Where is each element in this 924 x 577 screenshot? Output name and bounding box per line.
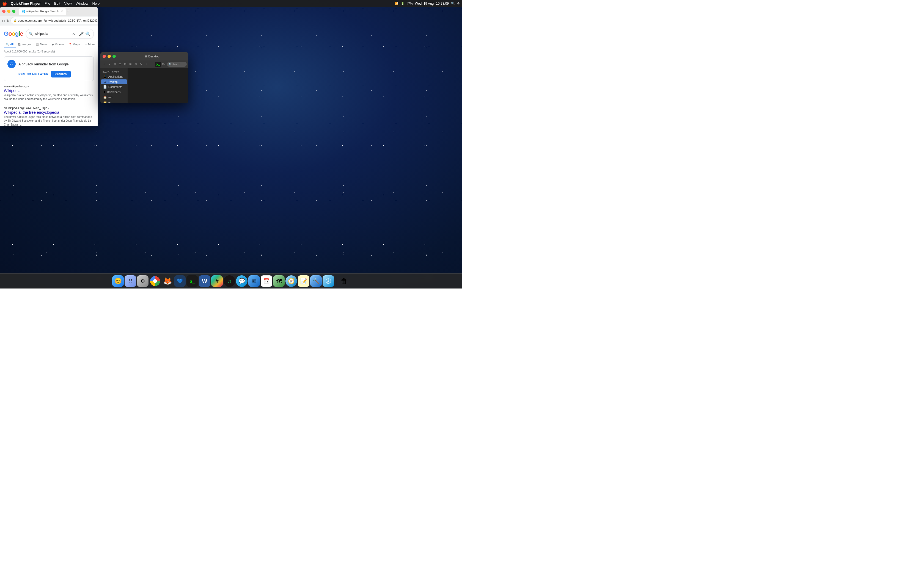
dock-xcode[interactable]: 🔨: [310, 275, 322, 287]
window-minimize-button[interactable]: [7, 10, 10, 13]
safari-dock-icon: 🧭: [288, 278, 295, 284]
search-submit-icon[interactable]: 🔍: [85, 31, 91, 37]
microphone-icon[interactable]: 🎤: [79, 32, 84, 36]
search-clear-icon[interactable]: ✕: [72, 32, 75, 36]
control-center-icon[interactable]: ⚙: [457, 2, 460, 5]
sidebar-documents-label: Documents: [108, 85, 123, 89]
refresh-button[interactable]: ↻: [6, 18, 9, 24]
apple-menu[interactable]: 🍎: [2, 2, 7, 6]
tab-settings[interactable]: Settings: [97, 41, 98, 48]
sidebar-item-git[interactable]: 📁 git: [101, 100, 127, 103]
active-app-name[interactable]: QuickTime Player: [11, 2, 41, 5]
dock-launchpad[interactable]: ⠿: [124, 275, 136, 287]
sidebar-item-applications[interactable]: 📱 Applications: [101, 74, 127, 79]
sidebar-item-desktop[interactable]: 🖥 Desktop: [101, 79, 127, 84]
result-2-title[interactable]: Wikipedia, the free encyclopedia: [0, 110, 98, 115]
finder-terminal-icon[interactable]: ❯_: [155, 62, 161, 67]
dock-appstore[interactable]: Ⓐ: [323, 275, 334, 287]
search-box[interactable]: 🔍 wikipedia ✕ 🎤 🔍: [26, 29, 94, 39]
dock-terminal[interactable]: $_: [186, 275, 198, 287]
result-1-title[interactable]: Wikipedia: [0, 89, 98, 93]
sidebar-item-documents[interactable]: 📄 Documents: [101, 84, 127, 90]
more-icon: ⋯: [84, 43, 87, 46]
dock-notes[interactable]: 📝: [298, 275, 309, 287]
window-close-button[interactable]: [2, 10, 5, 13]
desktop-icon: 🖥: [103, 80, 106, 84]
tab-videos[interactable]: ▶ Videos: [50, 41, 66, 48]
window-maximize-button[interactable]: [12, 10, 15, 13]
dock-messages[interactable]: 💬: [236, 275, 247, 287]
back-button[interactable]: ‹: [2, 18, 3, 24]
menu-view[interactable]: View: [64, 2, 72, 5]
applications-icon: 📱: [103, 75, 107, 79]
logo-o1: o: [8, 30, 11, 37]
dock-chrome[interactable]: [149, 275, 161, 287]
sidebar-item-rob[interactable]: 🏠 rob: [101, 95, 127, 100]
menu-edit[interactable]: Edit: [54, 2, 60, 5]
dock-finder[interactable]: 😊: [112, 275, 124, 287]
dock-system-preferences[interactable]: ⚙: [137, 275, 149, 287]
finder-share-icon[interactable]: ↑: [145, 62, 149, 67]
menu-time[interactable]: 10:28:09: [436, 2, 449, 5]
menu-help[interactable]: Help: [92, 2, 100, 5]
wifi-icon[interactable]: 📶: [395, 2, 399, 5]
menu-bar: 🍎 QuickTime Player File Edit View Window…: [0, 0, 462, 7]
address-bar[interactable]: 🔒 google.com/search?q=wikipedia&rlz=1C5C…: [10, 17, 98, 24]
images-icon: 🖼: [18, 43, 21, 46]
dock-spotify[interactable]: ♫: [224, 275, 235, 287]
menu-window[interactable]: Window: [76, 2, 88, 5]
dock-calendar[interactable]: 📅: [261, 275, 272, 287]
dock-mail[interactable]: ✉: [248, 275, 260, 287]
review-button[interactable]: REVIEW: [51, 71, 70, 77]
dock-safari[interactable]: 🧭: [286, 275, 297, 287]
finder-settings-icon[interactable]: ⚙: [139, 62, 143, 67]
forward-button[interactable]: ›: [4, 18, 5, 24]
dock-maps[interactable]: 🗺: [273, 275, 284, 287]
search-query-text[interactable]: wikipedia: [35, 32, 70, 36]
tab-images-label: Images: [21, 43, 31, 46]
finder-close-button[interactable]: [103, 55, 106, 58]
finder-column-view[interactable]: ⊟: [123, 62, 127, 67]
new-tab-button[interactable]: +: [67, 9, 69, 14]
dock-app-blue[interactable]: 💙: [174, 275, 186, 287]
tab-maps[interactable]: 📍 Maps: [66, 41, 82, 48]
finder-search-box[interactable]: 🔍 Search: [167, 62, 187, 67]
tab-all[interactable]: 🔍 All: [4, 41, 16, 48]
sidebar-downloads-label: Downloads: [107, 91, 120, 94]
tab-more[interactable]: ⋯ More: [82, 41, 97, 48]
battery-icon[interactable]: 🔋: [401, 2, 404, 5]
search-menu-icon[interactable]: 🔍: [451, 2, 455, 5]
tab-news[interactable]: 📰 News: [34, 41, 50, 48]
sysprefs-dock-icon: ⚙: [141, 278, 145, 284]
finder-window-title: Desktop: [148, 55, 159, 58]
privacy-actions: REMIND ME LATER REVIEW: [7, 71, 90, 77]
dock-firefox[interactable]: 🦊: [162, 275, 173, 287]
result-1-desc: Wikipedia is a free online encyclopedia,…: [0, 93, 98, 103]
terminal-dock-icon: $_: [189, 279, 195, 284]
finder-group-view[interactable]: ⊟: [133, 62, 138, 67]
active-tab[interactable]: 🌐 wikipedia - Google Search ✕: [19, 8, 66, 15]
dock-slack[interactable]: #: [211, 275, 223, 287]
menu-file[interactable]: File: [45, 2, 50, 5]
finder-view-toggle[interactable]: ⊞▾: [162, 62, 166, 67]
finder-action-icon[interactable]: ⋯: [150, 62, 154, 67]
finder-forward-button[interactable]: ›: [107, 62, 111, 67]
battery-percent: 47%: [407, 2, 413, 5]
downloads-icon: ⬇: [103, 90, 106, 94]
browser-nav: ‹ › ↻ 🔒 google.com/search?q=wikipedia&rl…: [0, 16, 98, 26]
menu-date[interactable]: Wed, 19 Aug: [415, 2, 434, 5]
finder-view-icon[interactable]: ⊞: [113, 62, 117, 67]
remind-later-button[interactable]: REMIND ME LATER: [18, 71, 48, 77]
tab-images[interactable]: 🖼 Images: [16, 41, 34, 48]
finder-back-button[interactable]: ‹: [102, 62, 107, 67]
finder-maximize-button[interactable]: [113, 55, 116, 58]
tab-close-icon[interactable]: ✕: [61, 10, 63, 13]
dock-word[interactable]: W: [199, 275, 210, 287]
sidebar-rob-label: rob: [108, 96, 112, 99]
finder-gallery-view[interactable]: ⊞: [128, 62, 132, 67]
finder-list-view[interactable]: ☰: [118, 62, 122, 67]
trash-dock-icon: 🗑: [341, 277, 347, 285]
finder-minimize-button[interactable]: [108, 55, 111, 58]
dock-trash[interactable]: 🗑: [338, 275, 350, 287]
sidebar-item-downloads[interactable]: ⬇ Downloads: [101, 90, 127, 95]
